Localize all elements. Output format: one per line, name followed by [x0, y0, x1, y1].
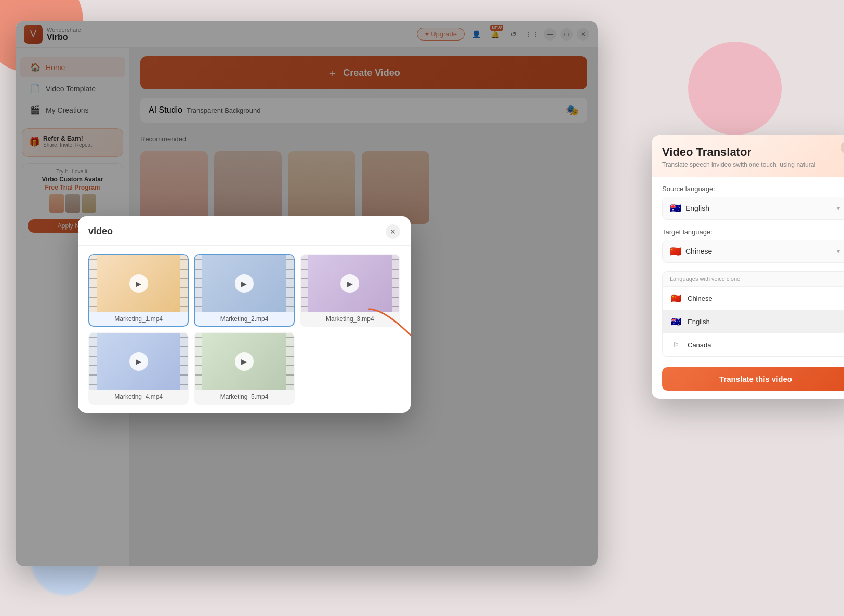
target-language-label: Target language:: [662, 228, 844, 236]
source-lang-name: English: [685, 204, 709, 212]
video-dialog-header: video ✕: [78, 216, 411, 246]
english-lang-name: English: [688, 318, 710, 326]
video-card-4[interactable]: ▶ Marketing_4.mp4: [88, 332, 189, 405]
translator-panel: ✕ Video Translator Translate speech invi…: [652, 135, 844, 399]
translator-body: Source language: 🇦🇺 English ▼ Target lan…: [652, 177, 844, 399]
video-thumb-5: ▶: [195, 333, 293, 390]
source-language-value: 🇦🇺 English: [670, 203, 709, 214]
target-lang-name: Chinese: [685, 247, 712, 256]
canada-flag: 🏳: [670, 339, 682, 351]
translator-header: ✕ Video Translator Translate speech invi…: [652, 135, 844, 177]
video-card-1[interactable]: ▶ Marketing_1.mp4: [88, 254, 189, 327]
source-language-select[interactable]: 🇦🇺 English ▼: [662, 197, 844, 220]
dropdown-item-canada[interactable]: 🏳 Canada: [663, 333, 844, 356]
video-name-4: Marketing_4.mp4: [89, 390, 188, 404]
video-thumb-4: ▶: [89, 333, 188, 390]
video-card-5[interactable]: ▶ Marketing_5.mp4: [194, 332, 294, 405]
target-flag: 🇨🇳: [670, 246, 681, 257]
video-card-3[interactable]: ▶ Marketing_3.mp4: [300, 254, 400, 327]
chinese-lang-name: Chinese: [688, 294, 713, 302]
video-thumb-3: ▶: [301, 255, 399, 312]
translator-title: Video Translator: [662, 145, 844, 159]
language-dropdown: Languages with voice clone 🇨🇳 Chinese 🇦🇺…: [662, 271, 844, 357]
video-name-2: Marketing_2.mp4: [195, 312, 293, 326]
source-chevron-icon: ▼: [835, 205, 841, 212]
play-btn-5[interactable]: ▶: [235, 352, 254, 371]
app-window: V Wondershare Virbo ♥ Upgrade 👤 🔔 NEW ↺ …: [16, 21, 598, 566]
source-flag: 🇦🇺: [670, 203, 681, 214]
video-grid: ▶ Marketing_1.mp4 ▶ Marketing_2.mp4: [78, 246, 411, 413]
canada-lang-name: Canada: [688, 341, 711, 349]
play-btn-4[interactable]: ▶: [129, 352, 148, 371]
translate-this-video-button[interactable]: Translate this video: [662, 367, 844, 391]
video-dialog-close-button[interactable]: ✕: [386, 224, 400, 239]
english-flag: 🇦🇺: [670, 315, 682, 328]
target-chevron-icon: ▼: [835, 248, 841, 255]
play-btn-2[interactable]: ▶: [235, 274, 254, 293]
target-language-value: 🇨🇳 Chinese: [670, 246, 712, 257]
play-btn-3[interactable]: ▶: [340, 274, 359, 293]
video-dialog-overlay: video ✕ ▶ Marketing_1.mp4 ▶: [16, 21, 598, 566]
chinese-flag: 🇨🇳: [670, 292, 682, 304]
video-dialog-title: video: [88, 226, 113, 237]
video-thumb-2: ▶: [195, 255, 293, 312]
video-thumb-1: ▶: [89, 255, 188, 312]
dropdown-item-chinese[interactable]: 🇨🇳 Chinese: [663, 287, 844, 310]
video-card-2[interactable]: ▶ Marketing_2.mp4: [194, 254, 294, 327]
source-language-label: Source language:: [662, 185, 844, 193]
video-name-1: Marketing_1.mp4: [89, 312, 188, 326]
dropdown-item-english[interactable]: 🇦🇺 English: [663, 310, 844, 333]
bg-decoration-tr: [688, 42, 782, 135]
play-btn-1[interactable]: ▶: [129, 274, 148, 293]
dropdown-section-label: Languages with voice clone: [663, 272, 844, 287]
target-language-select[interactable]: 🇨🇳 Chinese ▼: [662, 240, 844, 263]
video-name-5: Marketing_5.mp4: [195, 390, 293, 404]
video-name-3: Marketing_3.mp4: [301, 312, 399, 326]
translator-subtitle: Translate speech invideo swith one touch…: [662, 161, 844, 168]
video-dialog: video ✕ ▶ Marketing_1.mp4 ▶: [78, 216, 411, 413]
